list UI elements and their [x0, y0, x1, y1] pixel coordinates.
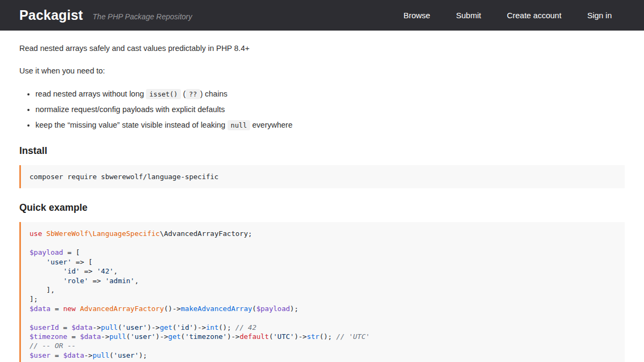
brand-logo[interactable]: Packagist: [19, 8, 83, 23]
top-navbar: Packagist The PHP Package Repository Bro…: [0, 0, 644, 31]
install-code-block: composer require sbwerewolf/language-spe…: [19, 165, 625, 188]
install-command: composer require sbwerewolf/language-spe…: [30, 173, 218, 181]
example-code-block: use SbWereWolf\LanguageSpecific\Advanced…: [19, 222, 625, 362]
main-nav: Browse Submit Create account Sign in: [391, 5, 625, 25]
code-line: use SbWereWolf\LanguageSpecific\Advanced…: [30, 229, 616, 238]
brand-tagline: The PHP Package Repository: [93, 12, 192, 21]
example-heading: Quick example: [19, 202, 625, 213]
feature-list: read nested arrays without long isset() …: [19, 88, 625, 132]
nav-browse[interactable]: Browse: [391, 5, 443, 25]
inline-code: isset(): [146, 89, 181, 99]
readme-content: Read nested arrays safely and cast value…: [0, 31, 644, 362]
code-line: $userId = $data->pull('user')->get('id')…: [30, 323, 616, 332]
code-line: $data = new AdvancedArrayFactory()->make…: [30, 304, 616, 313]
nav-sign-in[interactable]: Sign in: [574, 5, 625, 25]
use-when-paragraph: Use it when you need to:: [19, 65, 625, 77]
code-line: 'role' => 'admin',: [30, 276, 616, 285]
nav-submit[interactable]: Submit: [443, 5, 494, 25]
intro-paragraph: Read nested arrays safely and cast value…: [19, 43, 625, 55]
inline-code: ??: [186, 89, 200, 99]
code-line: ];: [30, 294, 616, 304]
list-item: read nested arrays without long isset() …: [35, 88, 625, 100]
code-line: 'id' => '42',: [30, 267, 616, 276]
code-line: $user = $data->pull('user');: [30, 351, 616, 360]
example-code: use SbWereWolf\LanguageSpecific\Advanced…: [30, 229, 616, 362]
inline-code: null: [228, 120, 250, 130]
install-heading: Install: [19, 145, 625, 157]
code-line: ],: [30, 285, 616, 294]
list-item: normalize request/config payloads with e…: [35, 104, 625, 116]
code-line: $timezone = $data->pull('user')->get('ti…: [30, 332, 616, 341]
code-line: [30, 239, 616, 248]
list-item: keep the “missing value” state visible i…: [35, 119, 625, 131]
code-line: [30, 360, 616, 362]
code-line: $payload = [: [30, 248, 616, 257]
nav-create-account[interactable]: Create account: [494, 5, 574, 25]
code-line: // -- OR --: [30, 341, 616, 350]
code-line: 'user' => [: [30, 257, 616, 267]
code-line: [30, 313, 616, 322]
